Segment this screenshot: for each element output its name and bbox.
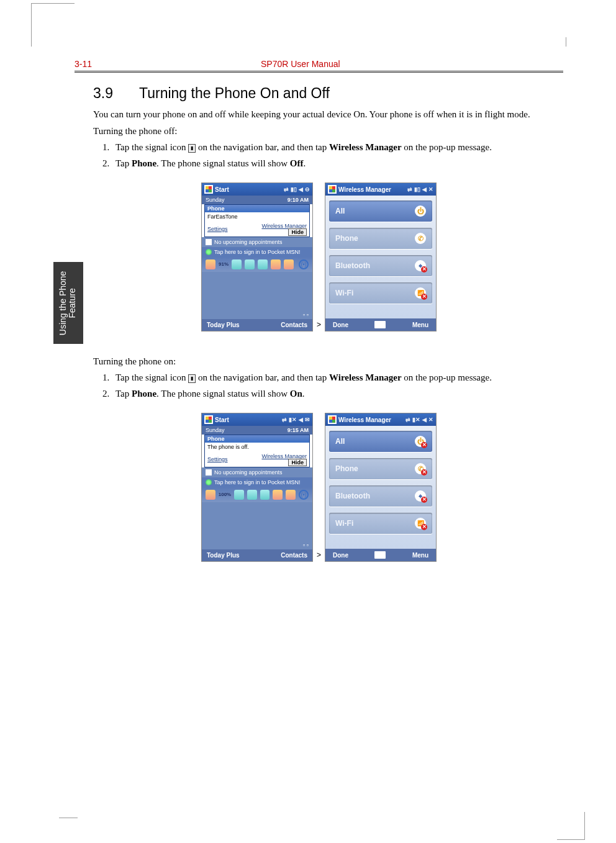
crop-mark xyxy=(557,812,585,840)
device-today-screen-off: Start ⇄▮▯◀⊖ Sunday 9:10 AM Phone FarEasT… xyxy=(201,183,313,331)
sms-icon[interactable] xyxy=(206,259,215,269)
calendar-icon xyxy=(206,469,212,476)
wm-title: Wireless Manager xyxy=(338,417,391,423)
wm-phone-button[interactable]: Phone✆ xyxy=(329,458,432,479)
sync-icon: ⇄ xyxy=(284,186,289,192)
wireless-icon[interactable]: ((•)) xyxy=(299,490,309,500)
speaker-icon: ◀ xyxy=(299,186,303,192)
settings-link[interactable]: Settings xyxy=(207,226,228,232)
wm-softkey-bar: Done Menu xyxy=(325,318,436,331)
tool-icon[interactable] xyxy=(234,490,244,500)
signal-icon: ▮ xyxy=(188,374,196,383)
tool-icon[interactable] xyxy=(258,259,268,269)
tool-icon[interactable] xyxy=(245,259,255,269)
keyboard-icon[interactable] xyxy=(374,551,386,559)
wifi-off-icon: 📶 xyxy=(415,518,426,529)
popup-status: The phone is off. xyxy=(205,443,309,452)
tool-icon[interactable] xyxy=(284,259,294,269)
popup-title: Phone xyxy=(205,205,309,212)
signal-bars-icon: ▮▯ xyxy=(291,186,297,192)
menu-button[interactable]: Menu xyxy=(412,552,428,559)
softkey-right[interactable]: Contacts xyxy=(281,322,307,328)
sms-icon[interactable] xyxy=(206,490,215,500)
section-title: Turning the Phone On and Off xyxy=(139,85,330,101)
wm-wifi-button[interactable]: Wi-Fi📶 xyxy=(329,513,432,534)
device-today-screen-on: Start ⇄▮✕◀✉ Sunday 9:15 AM Phone The pho… xyxy=(201,413,313,562)
softkey-right[interactable]: Contacts xyxy=(281,552,307,559)
off-step-2: Tap Phone. The phone signal status will … xyxy=(112,156,563,171)
calendar-icon xyxy=(206,239,212,245)
tool-icon[interactable] xyxy=(271,259,281,269)
manual-title: SP70R User Manual xyxy=(261,59,340,69)
no-appointments-bar: No upcoming appointments xyxy=(202,467,312,477)
start-label: Start xyxy=(215,417,229,423)
section-number: 3.9 xyxy=(93,85,135,102)
power-off-icon: ⏻ xyxy=(415,436,426,447)
wm-all-button[interactable]: All⏻ xyxy=(329,431,432,452)
device-wireless-manager-off: Wireless Manager ⇄▮▯◀✕ All⏻ Phone✆ Bluet… xyxy=(325,183,437,331)
settings-link[interactable]: Settings xyxy=(207,456,228,462)
wm-bluetooth-button[interactable]: Bluetooth⌖ xyxy=(329,255,432,276)
bluetooth-off-icon: ⌖ xyxy=(415,490,426,502)
off-steps: Tap the signal icon ▮ on the navigation … xyxy=(93,140,563,170)
titlebar: Wireless Manager ⇄▮▯◀✕ xyxy=(325,183,436,196)
softkey-left[interactable]: Today Plus xyxy=(207,322,240,328)
today-time: 9:10 AM xyxy=(288,197,309,203)
wm-all-button[interactable]: All⏻ xyxy=(329,201,432,222)
off-intro: Turning the phone off: xyxy=(93,126,563,137)
today-header: Sunday 9:10 AM xyxy=(202,196,312,204)
on-steps: Tap the signal icon ▮ on the navigation … xyxy=(93,371,563,400)
tool-icon[interactable] xyxy=(260,490,270,500)
wm-phone-button[interactable]: Phone✆ xyxy=(329,228,432,249)
arrow-separator: > xyxy=(317,551,321,562)
crop-mark xyxy=(59,818,78,818)
figure-row-on: Start ⇄▮✕◀✉ Sunday 9:15 AM Phone The pho… xyxy=(75,413,563,562)
softkey-left[interactable]: Today Plus xyxy=(207,552,240,559)
section-heading: 3.9 Turning the Phone On and Off xyxy=(93,85,563,102)
done-button[interactable]: Done xyxy=(333,322,348,328)
tool-icon[interactable] xyxy=(232,259,242,269)
bluetooth-off-icon: ⌖ xyxy=(415,260,426,271)
tool-icon[interactable] xyxy=(273,490,283,500)
start-label: Start xyxy=(215,186,229,193)
titlebar: Start ⇄▮▯◀⊖ xyxy=(202,183,312,196)
wifi-off-icon: 📶 xyxy=(415,287,426,299)
keyboard-icon[interactable] xyxy=(374,321,386,328)
tool-icon[interactable] xyxy=(247,490,257,500)
menu-button[interactable]: Menu xyxy=(412,322,428,328)
tray-icons: ▫ ▫ xyxy=(202,310,312,319)
today-day: Sunday xyxy=(206,427,225,433)
on-intro: Turning the phone on: xyxy=(93,356,563,367)
wm-softkey-bar: Done Menu xyxy=(325,549,436,561)
battery-percent: 91% xyxy=(219,261,229,267)
quick-icons-row: 91% ((•)) xyxy=(202,257,312,272)
softkey-bar: Today Plus Contacts xyxy=(202,549,312,561)
wm-bluetooth-button[interactable]: Bluetooth⌖ xyxy=(329,485,432,507)
no-appointments-bar: No upcoming appointments xyxy=(202,237,312,247)
today-day: Sunday xyxy=(206,197,225,203)
phone-popup: Phone FarEasTone Settings Wireless Manag… xyxy=(204,204,310,237)
msn-bar[interactable]: Tap here to sign in to Pocket MSN! xyxy=(202,477,312,487)
wm-body: All⏻ Phone✆ Bluetooth⌖ Wi-Fi📶 xyxy=(325,426,436,549)
off-step-1: Tap the signal icon ▮ on the navigation … xyxy=(112,140,563,155)
on-step-2: Tap Phone. The phone signal status will … xyxy=(112,387,563,401)
wireless-icon[interactable]: ((•)) xyxy=(299,259,309,269)
softkey-bar: Today Plus Contacts xyxy=(202,319,312,331)
battery-percent: 100% xyxy=(219,492,231,497)
done-button[interactable]: Done xyxy=(333,552,348,559)
page-body: 3-11 SP70R User Manual 3.9 Turning the P… xyxy=(0,0,616,624)
phone-popup: Phone The phone is off. Settings Wireles… xyxy=(204,435,310,467)
popup-carrier: FarEasTone xyxy=(205,212,309,222)
hide-button[interactable]: Hide xyxy=(288,228,307,236)
hide-button[interactable]: Hide xyxy=(288,459,307,466)
signal-icon: ▮ xyxy=(188,144,196,153)
windows-flag-icon xyxy=(204,185,213,194)
wm-wifi-button[interactable]: Wi-Fi📶 xyxy=(329,282,432,304)
windows-flag-icon xyxy=(328,415,337,424)
on-step-1: Tap the signal icon ▮ on the navigation … xyxy=(112,371,563,385)
section-intro: You can turn your phone on and off while… xyxy=(93,108,563,121)
msn-bar[interactable]: Tap here to sign in to Pocket MSN! xyxy=(202,247,312,257)
msn-icon xyxy=(206,249,212,255)
phone-off-icon: ✆ xyxy=(415,463,426,474)
tool-icon[interactable] xyxy=(286,490,296,500)
